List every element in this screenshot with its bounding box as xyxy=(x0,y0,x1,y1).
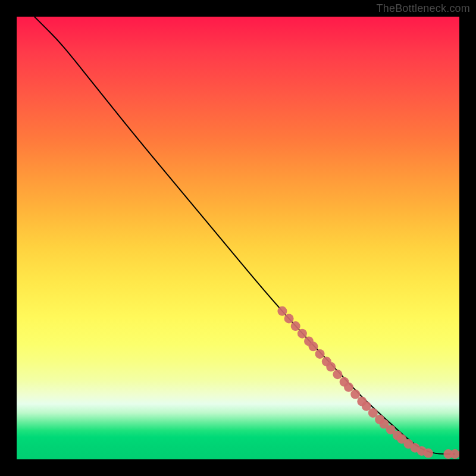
data-point xyxy=(291,321,300,331)
bottleneck-curve xyxy=(35,17,455,454)
data-point xyxy=(277,306,287,316)
watermark-text: TheBottleneck.com xyxy=(377,2,470,15)
data-points xyxy=(277,306,459,459)
chart-overlay xyxy=(17,17,459,459)
data-point xyxy=(424,449,433,458)
data-point xyxy=(315,349,325,359)
data-point xyxy=(298,329,307,339)
data-point xyxy=(333,369,342,379)
plot-area xyxy=(17,17,459,459)
data-point xyxy=(309,342,318,351)
data-point xyxy=(350,390,360,399)
data-point xyxy=(450,449,459,459)
chart-frame: TheBottleneck.com xyxy=(0,0,476,476)
data-point xyxy=(344,383,353,392)
data-point xyxy=(326,362,336,372)
data-point xyxy=(284,314,294,323)
